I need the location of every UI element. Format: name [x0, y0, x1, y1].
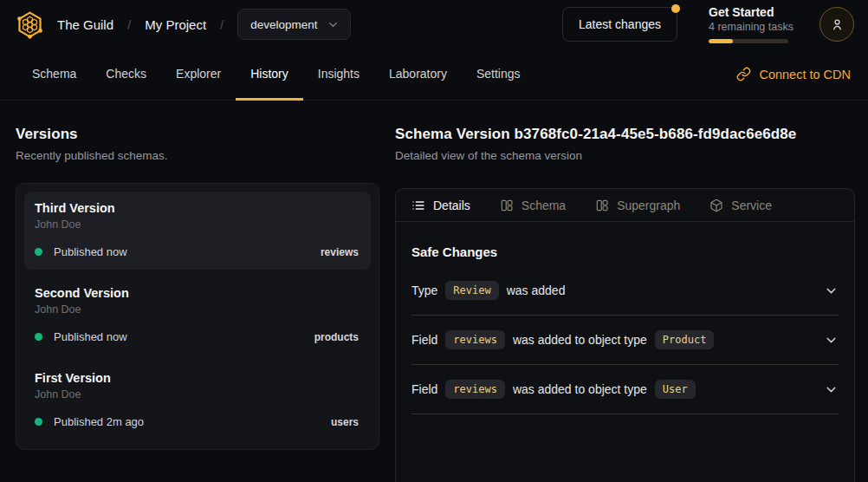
versions-panel: Versions Recently published schemas. Thi… [0, 101, 395, 482]
person-icon [829, 16, 845, 33]
schema-version-card: Details Schema [395, 188, 855, 482]
tab-explorer[interactable]: Explorer [161, 49, 236, 101]
tab-laboratory[interactable]: Laboratory [374, 49, 462, 101]
tab-details-label: Details [433, 199, 470, 212]
tab-schema-view-label: Schema [521, 199, 566, 212]
version-author: John Doe [35, 388, 359, 401]
published-status-dot [35, 418, 42, 426]
cube-icon [709, 199, 723, 212]
code-badge: Product [655, 330, 715, 349]
tab-settings[interactable]: Settings [462, 49, 535, 101]
tab-supergraph-label: Supergraph [617, 199, 680, 212]
code-badge: reviews [445, 330, 505, 349]
code-badge: Review [445, 281, 498, 300]
version-title: Second Version [35, 286, 359, 300]
version-meta-row: Published now products [35, 330, 359, 343]
published-status-dot [35, 248, 42, 256]
notification-dot [671, 4, 680, 13]
topbar-right: Latest changes Get Started 4 remaining t… [562, 5, 854, 44]
change-description: Field reviews was added to object type P… [411, 330, 714, 349]
safe-changes-heading: Safe Changes [411, 244, 839, 259]
service-tag: products [314, 331, 359, 343]
tab-supergraph[interactable]: Supergraph [595, 199, 680, 212]
change-middle: was added to object type [513, 333, 647, 347]
change-prefix: Field [411, 382, 437, 396]
target-selector[interactable]: development [237, 9, 350, 40]
tab-service-label: Service [731, 199, 772, 212]
published-status: Published now [54, 330, 127, 343]
code-badge: reviews [445, 380, 505, 399]
change-description: Type Review was added [411, 281, 565, 300]
latest-changes-button[interactable]: Latest changes [562, 7, 677, 42]
breadcrumb-separator: / [126, 17, 133, 32]
tab-schema-view[interactable]: Schema [500, 199, 566, 212]
version-title: Third Version [35, 201, 359, 215]
published-status: Published 2m ago [54, 415, 144, 428]
tab-insights[interactable]: Insights [303, 49, 374, 101]
version-author: John Doe [35, 218, 359, 231]
versions-list: Third Version John Doe Published now rev… [16, 183, 379, 450]
version-list-item[interactable]: Second Version John Doe Published now pr… [24, 277, 371, 355]
main-nav: Schema Checks Explorer History Insights … [0, 49, 868, 101]
published-status-dot [35, 333, 42, 341]
versions-subtitle: Recently published schemas. [16, 149, 379, 162]
get-started-progress-fill [709, 39, 733, 43]
tab-checks[interactable]: Checks [91, 49, 161, 101]
chevron-down-icon[interactable] [824, 333, 839, 348]
breadcrumb: The Guild / My Project / development [14, 9, 351, 40]
chevron-down-icon [327, 18, 340, 31]
version-list-item[interactable]: Third Version John Doe Published now rev… [24, 192, 371, 270]
get-started-title: Get Started [709, 5, 788, 21]
breadcrumb-project[interactable]: My Project [145, 17, 206, 32]
list-icon [411, 199, 425, 212]
breadcrumb-separator: / [218, 17, 225, 32]
chevron-down-icon[interactable] [824, 382, 839, 397]
change-prefix: Field [411, 333, 437, 347]
schema-version-subtitle: Detailed view of the schema version [395, 149, 855, 162]
panels-icon [595, 199, 609, 212]
tab-details[interactable]: Details [411, 199, 470, 212]
tab-service[interactable]: Service [709, 199, 772, 212]
guild-logo-icon[interactable] [14, 9, 45, 40]
breadcrumb-org[interactable]: The Guild [57, 17, 113, 32]
change-row[interactable]: Field reviews was added to object type P… [411, 316, 839, 365]
top-bar: The Guild / My Project / development Lat… [0, 0, 868, 49]
get-started-widget[interactable]: Get Started 4 remaining tasks [709, 5, 788, 44]
latest-changes-label: Latest changes [579, 17, 661, 31]
version-meta-row: Published 2m ago users [35, 415, 359, 428]
target-selector-value: development [250, 18, 317, 31]
service-tag: users [331, 416, 359, 428]
version-title: First Version [35, 371, 359, 385]
change-prefix: Type [411, 283, 437, 297]
change-middle: was added [507, 283, 566, 297]
panels-icon [500, 199, 514, 212]
schema-version-panel: Schema Version b3768fc0-21a4-45e5-b686-f… [395, 101, 868, 482]
version-list-item[interactable]: First Version John Doe Published 2m ago … [24, 362, 371, 440]
code-badge: User [655, 380, 696, 399]
connect-to-cdn-label: Connect to CDN [759, 68, 851, 81]
published-status: Published now [54, 245, 127, 258]
main-content: Versions Recently published schemas. Thi… [0, 101, 868, 482]
versions-title: Versions [16, 126, 379, 143]
tab-history[interactable]: History [236, 49, 303, 101]
version-meta-row: Published now reviews [35, 245, 359, 258]
get-started-subtitle: 4 remaining tasks [709, 21, 788, 33]
get-started-progressbar [709, 39, 788, 43]
change-middle: was added to object type [513, 382, 647, 396]
connect-to-cdn-link[interactable]: Connect to CDN [736, 49, 851, 100]
change-description: Field reviews was added to object type U… [411, 380, 696, 399]
change-row[interactable]: Field reviews was added to object type U… [411, 365, 839, 414]
detail-tabs: Details Schema [396, 189, 854, 222]
link-icon [736, 67, 751, 81]
chevron-down-icon[interactable] [824, 283, 839, 298]
changes-section: Safe Changes Type Review was added Field… [396, 222, 854, 414]
schema-version-title: Schema Version b3768fc0-21a4-45e5-b686-f… [395, 126, 855, 143]
tab-schema[interactable]: Schema [17, 49, 91, 101]
service-tag: reviews [321, 246, 359, 258]
version-author: John Doe [35, 303, 359, 316]
avatar[interactable] [819, 7, 854, 42]
change-row[interactable]: Type Review was added [411, 266, 839, 316]
